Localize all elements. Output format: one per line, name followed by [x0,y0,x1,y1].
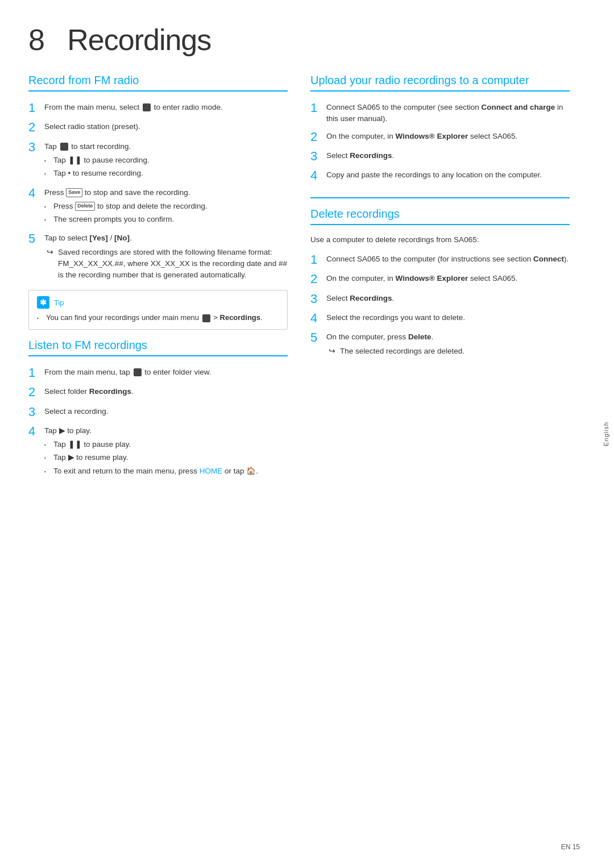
delete-step-4-content: Select the recordings you want to delete… [326,311,570,323]
listen-dot-4-2: • [44,452,53,462]
section-upload-title: Upload your radio recordings to a comput… [310,74,570,92]
delete-step-3: 3 Select Recordings. [310,292,570,306]
tip-label: Tip [54,298,64,307]
listen-step-3: 3 Select a recording. [28,405,288,420]
delete-step-num-1: 1 [310,252,326,267]
sub-text-3-1: Tap ❚❚ to pause recording. [53,155,150,166]
tip-icon: ✱ [37,296,49,309]
section-listen-fm-title: Listen to FM recordings [28,339,288,356]
listen-dot-4-1: • [44,439,53,448]
dot-3-2: • [44,168,53,177]
tip-content: • You can find your recordings under mai… [37,312,279,323]
upload-step-3-content: Select Recordings. [326,149,570,161]
record-step-5: 5 Tap to select [Yes] / [No]. ↪ Saved re… [28,231,288,281]
right-divider [310,197,570,198]
sub-bullet-3-1: • Tap ❚❚ to pause recording. [44,155,288,166]
step-num-3: 3 [28,140,44,155]
listen-step-num-2: 2 [28,385,44,400]
delete-step-num-4: 4 [310,311,326,326]
tip-text: You can find your recordings under main … [46,312,263,323]
delete-step-1-content: Connect SA065 to the computer (for instr… [326,252,570,265]
listen-step-4-content: Tap ▶ to play. • Tap ❚❚ to pause play. •… [44,424,288,479]
delete-step-3-content: Select Recordings. [326,292,570,304]
delete-step-5-arrow-text: The selected recordings are deleted. [340,346,464,357]
listen-sub-text-4-2: Tap ▶ to resume play. [53,452,128,463]
delete-step-num-3: 3 [310,292,326,306]
title-text: Recordings [67,23,211,56]
sub-bullet-3-2: • Tap • to resume recording. [44,168,288,179]
listen-step-num-4: 4 [28,424,44,439]
right-column: Upload your radio recordings to a comput… [310,74,570,488]
dot-4-2: • [44,214,53,223]
listen-sub-bullet-4-3: • To exit and return to the main menu, p… [44,466,288,477]
listen-step-2-content: Select folder Recordings. [44,385,288,397]
sub-text-3-2: Tap • to resume recording. [53,168,143,179]
upload-steps: 1 Connect SA065 to the computer (see sec… [310,101,570,184]
step-5-content: Tap to select [Yes] / [No]. ↪ Saved reco… [44,231,288,281]
columns: Record from FM radio 1 From the main men… [28,74,570,488]
listen-sub-bullet-4-1: • Tap ❚❚ to pause play. [44,439,288,450]
delete-step-num-5: 5 [310,330,326,345]
step-num-2: 2 [28,120,44,135]
delete-step-5-content: On the computer, press Delete. ↪ The sel… [326,330,570,357]
delete-step-1: 1 Connect SA065 to the computer (for ins… [310,252,570,267]
listen-sub-text-4-1: Tap ❚❚ to pause play. [53,439,131,450]
record-step-3: 3 Tap to start recording. • Tap ❚❚ to pa… [28,140,288,181]
upload-step-4: 4 Copy and paste the recordings to any l… [310,168,570,183]
record-step-4: 4 Press Save to stop and save the record… [28,186,288,227]
listen-step-1: 1 From the main menu, tap to enter folde… [28,366,288,380]
step-1-content: From the main menu, select to enter radi… [44,101,288,113]
dot-4-1: • [44,201,53,210]
step-num-5: 5 [28,231,44,246]
title-number: 8 [28,23,44,56]
delete-step-4: 4 Select the recordings you want to dele… [310,311,570,326]
section-delete-title: Delete recordings [310,207,570,225]
delete-step-2: 2 On the computer, in Windows® Explorer … [310,272,570,286]
upload-step-4-content: Copy and paste the recordings to any loc… [326,168,570,181]
arrow-sym-delete-5: ↪ [329,346,340,357]
tip-header: ✱ Tip [37,296,279,309]
upload-step-num-2: 2 [310,130,326,144]
upload-step-2-content: On the computer, in Windows® Explorer se… [326,130,570,142]
listen-step-1-content: From the main menu, tap to enter folder … [44,366,288,378]
delete-btn-label: Delete [75,202,95,211]
delete-step-2-content: On the computer, in Windows® Explorer se… [326,272,570,284]
listen-step-num-1: 1 [28,366,44,380]
upload-step-num-4: 4 [310,168,326,183]
listen-steps: 1 From the main menu, tap to enter folde… [28,366,288,479]
delete-steps: 1 Connect SA065 to the computer (for ins… [310,252,570,357]
listen-step-num-3: 3 [28,405,44,420]
step-5-arrow-text: Saved recordings are stored with the fol… [58,247,288,281]
listen-sub-text-4-3: To exit and return to the main menu, pre… [53,466,258,477]
listen-step-2: 2 Select folder Recordings. [28,385,288,400]
footer-text: EN 15 [561,843,580,851]
delete-step-5: 5 On the computer, press Delete. ↪ The s… [310,330,570,357]
listen-step-3-content: Select a recording. [44,405,288,417]
save-btn-label: Save [66,188,82,197]
home-link: HOME [200,467,223,475]
folder-icon [134,368,142,376]
tip-bullet-row: • You can find your recordings under mai… [37,312,279,323]
radio-icon [143,103,151,111]
left-column: Record from FM radio 1 From the main men… [28,74,288,488]
delete-intro: Use a computer to delete recordings from… [310,234,570,246]
listen-step-4: 4 Tap ▶ to play. • Tap ❚❚ to pause play.… [28,424,288,479]
tip-dot: • [37,312,46,322]
side-tab-label: English [603,422,609,446]
listen-step-4-subbullets: • Tap ❚❚ to pause play. • Tap ▶ to resum… [44,439,288,477]
page: 8 Recordings Record from FM radio 1 From… [0,0,614,868]
delete-step-5-arrow: ↪ The selected recordings are deleted. [326,346,570,357]
upload-step-num-3: 3 [310,149,326,164]
step-2-content: Select radio station (preset). [44,120,288,132]
listen-sub-bullet-4-2: • Tap ▶ to resume play. [44,452,288,463]
step-3-subbullets: • Tap ❚❚ to pause recording. • Tap • to … [44,155,288,180]
upload-step-2: 2 On the computer, in Windows® Explorer … [310,130,570,144]
menu-icon [202,314,210,322]
section-record-fm-title: Record from FM radio [28,74,288,92]
record-step-1: 1 From the main menu, select to enter ra… [28,101,288,115]
step-3-content: Tap to start recording. • Tap ❚❚ to paus… [44,140,288,181]
page-title: 8 Recordings [28,23,570,57]
step-4-content: Press Save to stop and save the recordin… [44,186,288,227]
upload-step-1: 1 Connect SA065 to the computer (see sec… [310,101,570,125]
record-step-2: 2 Select radio station (preset). [28,120,288,135]
